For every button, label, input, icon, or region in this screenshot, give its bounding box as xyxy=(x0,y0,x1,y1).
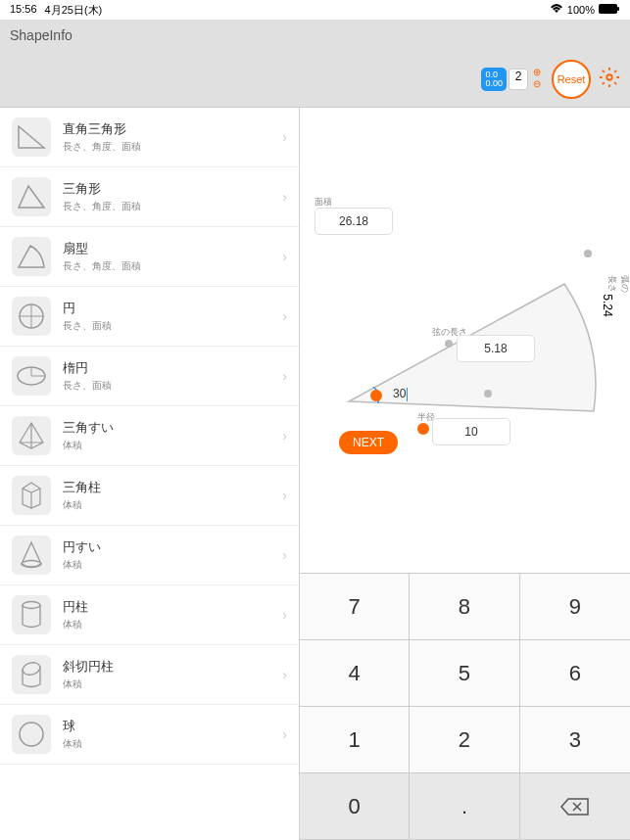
shape-title: 円柱 xyxy=(63,598,270,616)
shape-icon xyxy=(12,177,51,216)
key-9[interactable]: 9 xyxy=(520,574,630,640)
chevron-right-icon: › xyxy=(282,547,287,563)
key-5[interactable]: 5 xyxy=(410,640,519,707)
chevron-right-icon: › xyxy=(282,488,287,503)
precision-control: 0.0 0.00 2 ⊕ ⊖ xyxy=(481,68,544,91)
precision-value[interactable]: 2 xyxy=(509,69,528,90)
shape-item[interactable]: 円すい体積› xyxy=(0,526,299,585)
key-0[interactable]: 0 xyxy=(300,773,410,840)
shape-subtitle: 長さ、面積 xyxy=(63,379,270,393)
area-value[interactable]: 26.18 xyxy=(315,208,393,235)
shape-item[interactable]: 円柱体積› xyxy=(0,585,299,645)
shape-subtitle: 長さ、面積 xyxy=(63,319,270,333)
shape-subtitle: 体積 xyxy=(63,558,270,572)
precision-chip: 0.0 0.00 xyxy=(481,68,507,91)
wifi-icon xyxy=(550,4,563,16)
key-dot[interactable]: . xyxy=(410,773,519,840)
shape-title: 三角柱 xyxy=(63,479,270,496)
precision-minus-button[interactable]: ⊖ xyxy=(530,79,544,91)
shape-subtitle: 体積 xyxy=(63,618,270,631)
shape-title: 円すい xyxy=(63,538,270,556)
shape-title: 斜切円柱 xyxy=(63,658,270,676)
key-4[interactable]: 4 xyxy=(300,640,410,707)
svg-rect-0 xyxy=(599,4,617,14)
chevron-right-icon: › xyxy=(282,726,287,742)
shape-title: 三角形 xyxy=(63,180,270,198)
shape-list: 直角三角形長さ、角度、面積›三角形長さ、角度、面積›扇型長さ、角度、面積›円長さ… xyxy=(0,108,300,840)
svg-rect-1 xyxy=(617,7,619,11)
shape-item[interactable]: 三角形長さ、角度、面積› xyxy=(0,167,299,227)
status-bar: 15:56 4月25日(木) 100% xyxy=(0,0,630,20)
shape-title: 直角三角形 xyxy=(63,120,270,138)
chevron-right-icon: › xyxy=(282,189,287,205)
shape-icon xyxy=(12,595,51,634)
shape-item[interactable]: 円長さ、面積› xyxy=(0,287,299,347)
canvas: 面積 26.18 弦の長さ 5.18 弧の長さ 5.24 30 半径 10 NE… xyxy=(300,108,630,573)
shape-title: 円 xyxy=(63,300,270,317)
shape-subtitle: 体積 xyxy=(63,737,270,751)
chevron-right-icon: › xyxy=(282,428,287,443)
main-panel: 面積 26.18 弦の長さ 5.18 弧の長さ 5.24 30 半径 10 NE… xyxy=(300,108,630,840)
key-2[interactable]: 2 xyxy=(410,707,519,773)
backspace-icon xyxy=(560,797,590,817)
shape-icon xyxy=(12,476,51,515)
shape-icon xyxy=(12,655,51,694)
shape-item[interactable]: 扇型長さ、角度、面積› xyxy=(0,227,299,287)
shape-icon xyxy=(12,356,51,396)
app-header: ShapeInfo 0.0 0.00 2 ⊕ ⊖ Reset xyxy=(0,20,630,108)
chevron-right-icon: › xyxy=(282,129,287,145)
shape-subtitle: 体積 xyxy=(63,498,270,512)
svg-point-2 xyxy=(606,74,612,80)
chevron-right-icon: › xyxy=(282,607,287,623)
chevron-right-icon: › xyxy=(282,667,287,682)
radius-dot xyxy=(417,423,429,435)
shape-subtitle: 体積 xyxy=(63,439,270,452)
shape-icon xyxy=(12,297,51,336)
shape-title: 楕円 xyxy=(63,359,270,377)
angle-input[interactable]: 30 xyxy=(393,387,408,401)
shape-item[interactable]: 直角三角形長さ、角度、面積› xyxy=(0,108,299,167)
key-6[interactable]: 6 xyxy=(520,640,630,707)
chord-value[interactable]: 5.18 xyxy=(457,335,535,362)
chord-dot xyxy=(445,340,453,348)
key-backspace[interactable] xyxy=(520,773,630,840)
key-8[interactable]: 8 xyxy=(410,574,519,640)
keypad: 7894561230. xyxy=(300,573,630,840)
chevron-right-icon: › xyxy=(282,308,287,324)
status-time: 15:56 xyxy=(10,3,37,18)
shape-item[interactable]: 三角すい体積› xyxy=(0,406,299,466)
area-dot xyxy=(484,390,492,397)
next-button[interactable]: NEXT xyxy=(339,431,398,454)
shape-icon xyxy=(12,416,51,455)
shape-icon xyxy=(12,117,51,157)
shape-icon xyxy=(12,536,51,575)
gear-icon[interactable] xyxy=(599,67,620,92)
shape-subtitle: 長さ、角度、面積 xyxy=(63,140,270,154)
shape-item[interactable]: 三角柱体積› xyxy=(0,466,299,526)
key-1[interactable]: 1 xyxy=(300,707,410,773)
app-title: ShapeInfo xyxy=(10,27,620,43)
shape-subtitle: 体積 xyxy=(63,677,270,691)
shape-title: 扇型 xyxy=(63,240,270,257)
shape-icon xyxy=(12,715,51,754)
shape-title: 球 xyxy=(63,718,270,735)
chevron-right-icon: › xyxy=(282,249,287,264)
shape-subtitle: 長さ、角度、面積 xyxy=(63,200,270,213)
shape-title: 三角すい xyxy=(63,419,270,437)
svg-point-10 xyxy=(20,723,43,746)
svg-point-9 xyxy=(22,661,41,677)
shape-item[interactable]: 斜切円柱体積› xyxy=(0,645,299,705)
arc-dot xyxy=(584,250,592,257)
radius-value[interactable]: 10 xyxy=(432,418,510,445)
key-3[interactable]: 3 xyxy=(520,707,630,773)
reset-button[interactable]: Reset xyxy=(552,60,591,99)
chevron-right-icon: › xyxy=(282,368,287,384)
battery-percent: 100% xyxy=(567,4,595,16)
shape-item[interactable]: 球体積› xyxy=(0,705,299,765)
key-7[interactable]: 7 xyxy=(300,574,410,640)
shape-item[interactable]: 楕円長さ、面積› xyxy=(0,347,299,406)
svg-point-8 xyxy=(23,602,40,609)
arc-value[interactable]: 5.24 xyxy=(601,294,614,316)
battery-icon xyxy=(599,4,620,16)
shape-subtitle: 長さ、角度、面積 xyxy=(63,259,270,273)
